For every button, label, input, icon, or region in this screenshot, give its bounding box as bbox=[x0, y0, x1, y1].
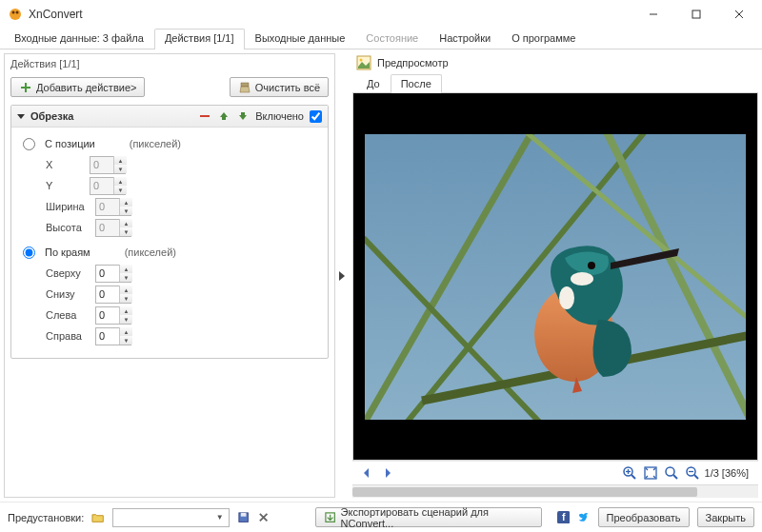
by-edges-label: По краям bbox=[45, 246, 90, 258]
export-nconvert-button[interactable]: Экспортировать сценарий для NConvert... bbox=[315, 507, 542, 527]
y-spinner: ▲▼ bbox=[90, 177, 126, 195]
zoom-in-button[interactable] bbox=[621, 464, 638, 482]
window-title: XnConvert bbox=[29, 8, 632, 21]
tab-actions[interactable]: Действия [1/1] bbox=[154, 29, 245, 49]
transfer-arrow[interactable] bbox=[335, 53, 349, 498]
svg-point-1 bbox=[12, 11, 15, 14]
left-label: Слева bbox=[46, 309, 90, 321]
collapse-icon[interactable] bbox=[17, 114, 25, 119]
top-label: Сверху bbox=[46, 267, 90, 279]
tab-about[interactable]: О программе bbox=[501, 29, 586, 49]
presets-label: Предустановки: bbox=[8, 512, 84, 523]
width-label: Ширина bbox=[46, 201, 90, 212]
close-label: Закрыть bbox=[706, 512, 746, 523]
x-label: X bbox=[46, 159, 84, 170]
facebook-icon[interactable]: f bbox=[557, 511, 570, 524]
svg-point-25 bbox=[559, 286, 574, 309]
footer: Предустановки: ▼ Экспортировать сценарий… bbox=[0, 502, 762, 532]
crop-title: Обрезка bbox=[30, 110, 192, 122]
maximize-button[interactable] bbox=[674, 1, 717, 28]
from-position-radio[interactable] bbox=[23, 138, 35, 150]
preview-image bbox=[353, 93, 757, 460]
svg-rect-12 bbox=[241, 112, 245, 116]
delete-preset-icon[interactable] bbox=[257, 511, 270, 524]
preview-icon bbox=[356, 55, 371, 70]
preview-title: Предпросмотр bbox=[377, 57, 449, 69]
add-action-button[interactable]: Добавить действие> bbox=[10, 77, 145, 97]
tab-before[interactable]: До bbox=[356, 74, 391, 93]
main-tabs: Входные данные: 3 файла Действия [1/1] В… bbox=[0, 29, 762, 49]
crop-action: Обрезка Включено С позиции (пикселей) X▲… bbox=[10, 105, 329, 359]
actions-toolbar: Добавить действие> Очистить всё bbox=[5, 73, 334, 101]
svg-line-27 bbox=[632, 475, 635, 479]
preview-area bbox=[352, 93, 758, 461]
tab-after[interactable]: После bbox=[391, 74, 442, 93]
enabled-checkbox[interactable] bbox=[310, 110, 322, 123]
crop-body: С позиции (пикселей) X▲▼ Y▲▼ Ширина▲▼ Вы… bbox=[11, 128, 328, 358]
svg-rect-9 bbox=[241, 83, 249, 87]
unit-label: (пикселей) bbox=[130, 138, 181, 149]
close-button[interactable] bbox=[717, 1, 760, 28]
y-label: Y bbox=[46, 180, 84, 191]
preview-tabs: До После bbox=[352, 74, 758, 93]
svg-point-2 bbox=[16, 11, 19, 14]
app-icon bbox=[8, 7, 23, 22]
clear-all-label: Очистить всё bbox=[255, 82, 320, 93]
export-icon bbox=[324, 511, 336, 524]
remove-action-icon[interactable] bbox=[198, 109, 211, 123]
next-image-button[interactable] bbox=[379, 464, 396, 482]
svg-rect-8 bbox=[21, 87, 30, 89]
preview-scrollbar[interactable] bbox=[352, 484, 758, 498]
convert-label: Преобразовать bbox=[607, 512, 681, 523]
main-content: Действия [1/1] Добавить действие> Очисти… bbox=[0, 49, 762, 502]
minimize-button[interactable] bbox=[632, 1, 674, 28]
save-preset-icon[interactable] bbox=[237, 511, 250, 524]
clear-all-button[interactable]: Очистить всё bbox=[230, 77, 329, 97]
top-spinner[interactable]: ▲▼ bbox=[95, 265, 131, 283]
preview-panel: Предпросмотр До После bbox=[352, 53, 758, 498]
plus-icon bbox=[19, 81, 32, 94]
right-spinner[interactable]: ▲▼ bbox=[95, 327, 131, 345]
svg-point-24 bbox=[571, 272, 593, 286]
close-app-button[interactable]: Закрыть bbox=[697, 507, 754, 527]
folder-icon[interactable] bbox=[91, 511, 104, 524]
titlebar: XnConvert bbox=[0, 0, 762, 29]
height-spinner: ▲▼ bbox=[95, 219, 131, 237]
left-spinner[interactable]: ▲▼ bbox=[95, 306, 131, 325]
presets-combo[interactable]: ▼ bbox=[112, 508, 230, 527]
svg-point-31 bbox=[666, 467, 674, 476]
convert-button[interactable]: Преобразовать bbox=[598, 507, 690, 527]
twitter-icon[interactable] bbox=[577, 511, 590, 524]
tab-input[interactable]: Входные данные: 3 файла bbox=[4, 29, 154, 49]
enabled-label: Включено bbox=[255, 110, 304, 122]
zoom-out-button[interactable] bbox=[684, 464, 701, 482]
width-spinner: ▲▼ bbox=[95, 198, 131, 216]
svg-line-34 bbox=[694, 475, 698, 479]
actions-panel: Действия [1/1] Добавить действие> Очисти… bbox=[4, 53, 335, 498]
svg-point-0 bbox=[10, 9, 21, 20]
unit-label-2: (пикселей) bbox=[125, 246, 176, 258]
svg-rect-4 bbox=[692, 10, 700, 18]
by-edges-radio[interactable] bbox=[23, 246, 35, 259]
right-label: Справа bbox=[46, 330, 90, 342]
actual-size-button[interactable] bbox=[663, 464, 680, 482]
move-up-icon[interactable] bbox=[217, 109, 231, 123]
crop-header: Обрезка Включено bbox=[11, 106, 328, 128]
svg-point-14 bbox=[360, 59, 363, 62]
move-down-icon[interactable] bbox=[236, 109, 250, 123]
svg-point-23 bbox=[588, 262, 595, 269]
tab-output[interactable]: Выходные данные bbox=[245, 29, 356, 49]
fit-button[interactable] bbox=[642, 464, 659, 482]
add-action-label: Добавить действие> bbox=[36, 82, 136, 93]
svg-text:f: f bbox=[562, 512, 566, 522]
bottom-spinner[interactable]: ▲▼ bbox=[95, 286, 131, 304]
broom-icon bbox=[238, 81, 251, 94]
svg-rect-37 bbox=[241, 513, 247, 517]
prev-image-button[interactable] bbox=[358, 464, 375, 482]
tab-settings[interactable]: Настройки bbox=[429, 29, 501, 49]
actions-header: Действия [1/1] bbox=[5, 54, 334, 73]
preview-header: Предпросмотр bbox=[352, 53, 758, 72]
from-position-label: С позиции bbox=[45, 138, 95, 149]
preview-toolbar: 1/3 [36%] bbox=[352, 461, 758, 484]
export-label: Экспортировать сценарий для NConvert... bbox=[341, 506, 533, 529]
